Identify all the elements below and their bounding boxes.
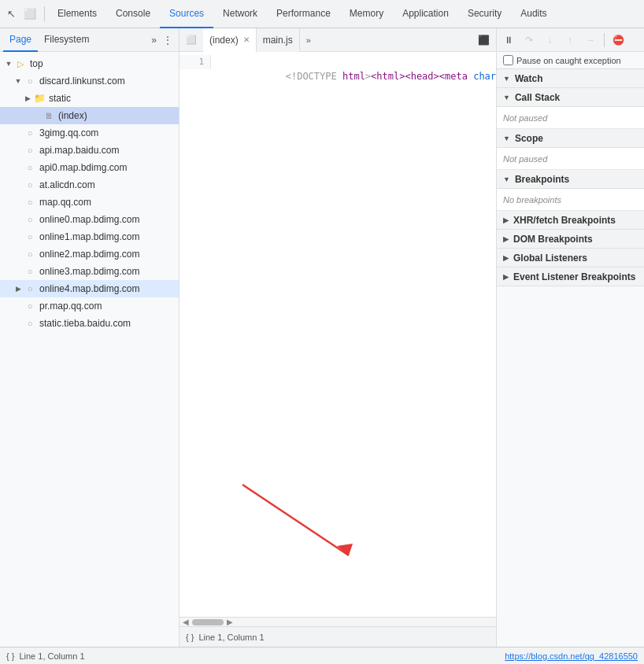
tree-item-label: pr.map.qq.com bbox=[39, 301, 102, 312]
tab-security[interactable]: Security bbox=[458, 0, 511, 28]
tree-item-3gimg[interactable]: ○ 3gimg.qq.com bbox=[0, 124, 179, 142]
panel-settings-icon[interactable]: ⋮ bbox=[160, 35, 176, 46]
tab-sources[interactable]: Sources bbox=[160, 0, 213, 28]
watch-section-header[interactable]: ▼ Watch bbox=[497, 69, 644, 88]
call-stack-content: Not paused bbox=[497, 107, 644, 129]
scope-label: Scope bbox=[515, 133, 543, 144]
tree-item-api-map-baidu[interactable]: ○ api.map.baidu.com bbox=[0, 142, 179, 159]
tree-item-label: online3.map.bdimg.com bbox=[39, 266, 139, 277]
line-number: 1 bbox=[180, 55, 211, 69]
tab-audits[interactable]: Audits bbox=[511, 0, 556, 28]
call-stack-section-header[interactable]: ▼ Call Stack bbox=[497, 88, 644, 107]
domain-icon: ○ bbox=[24, 179, 36, 191]
panel-tab-more[interactable]: » bbox=[148, 35, 160, 46]
tab-page[interactable]: Page bbox=[3, 28, 38, 52]
right-panel: ⏸ ↷ ↓ ↑ → ⛔ Pause on caught exception ▼ … bbox=[496, 28, 644, 647]
tree-item-index[interactable]: 🗎 (index) bbox=[0, 107, 179, 124]
tab-console[interactable]: Console bbox=[106, 0, 160, 28]
call-stack-label: Call Stack bbox=[515, 92, 560, 103]
nav-icons: ↖ ⬜ bbox=[3, 6, 45, 22]
global-arrow-icon: ▶ bbox=[503, 254, 509, 262]
tab-memory[interactable]: Memory bbox=[340, 0, 393, 28]
tree-item-label: online2.map.bdimg.com bbox=[39, 249, 139, 260]
editor-tabs: ⬜ (index) ✕ main.js » ⬛ bbox=[180, 28, 496, 52]
tree-item-online0[interactable]: ○ online0.map.bdimg.com bbox=[0, 211, 179, 228]
pause-resume-btn[interactable]: ⏸ bbox=[500, 31, 517, 49]
tree-item-online2[interactable]: ○ online2.map.bdimg.com bbox=[0, 245, 179, 263]
editor-tab-index[interactable]: (index) ✕ bbox=[203, 28, 257, 52]
tab-network[interactable]: Network bbox=[213, 0, 267, 28]
scope-arrow-icon: ▼ bbox=[503, 135, 510, 142]
device-icon[interactable]: ⬜ bbox=[22, 6, 38, 22]
scroll-right-icon[interactable]: ▶ bbox=[227, 618, 233, 626]
line-col-status: Line 1, Column 1 bbox=[19, 651, 84, 661]
scroll-thumb[interactable] bbox=[192, 619, 224, 625]
tree-item-top[interactable]: ▼ ▷ top bbox=[0, 55, 179, 72]
event-arrow-icon: ▶ bbox=[503, 273, 509, 281]
editor-tab-more-icon[interactable]: » bbox=[303, 35, 314, 45]
editor-bottom-bar: { } Line 1, Column 1 bbox=[180, 626, 496, 647]
step-out-btn[interactable]: ↑ bbox=[561, 31, 579, 49]
deactivate-breakpoints-btn[interactable]: ⛔ bbox=[609, 31, 627, 49]
braces-icon: { } bbox=[186, 633, 194, 642]
pause-checkbox-label: Pause on caught exception bbox=[516, 56, 621, 65]
tree-item-label: 3gimg.qq.com bbox=[39, 127, 98, 138]
scope-section-header[interactable]: ▼ Scope bbox=[497, 129, 644, 148]
chevron-icon: ▼ bbox=[13, 77, 24, 85]
file-tree: ▼ ▷ top ▼ ○ discard.linkunst.com ▶ 📁 sta… bbox=[0, 52, 179, 647]
editor-tab-main-js[interactable]: main.js bbox=[257, 28, 300, 52]
tree-item-label: top bbox=[30, 58, 43, 69]
tree-item-label: online1.map.bdimg.com bbox=[39, 231, 139, 242]
tab-bar-back-icon[interactable]: ⬜ bbox=[180, 28, 203, 52]
pause-checkbox-input[interactable] bbox=[503, 55, 513, 65]
cursor-icon[interactable]: ↖ bbox=[3, 6, 19, 22]
editor-scrollbar-area: ◀ ▶ bbox=[180, 617, 496, 626]
domain-icon: ○ bbox=[24, 231, 36, 243]
tree-item-label: api0.map.bdimg.com bbox=[39, 162, 127, 173]
tab-performance[interactable]: Performance bbox=[267, 0, 340, 28]
tree-item-static-tieba[interactable]: ○ static.tieba.baidu.com bbox=[0, 315, 179, 332]
h-scrollbar[interactable]: ◀ ▶ bbox=[183, 618, 233, 626]
tree-item-map-qq[interactable]: ○ map.qq.com bbox=[0, 194, 179, 211]
debugger-toolbar: ⏸ ↷ ↓ ↑ → ⛔ bbox=[497, 28, 644, 52]
html-token: html bbox=[342, 71, 365, 82]
dom-section-header[interactable]: ▶ DOM Breakpoints bbox=[497, 230, 644, 249]
event-label: Event Listener Breakpoints bbox=[513, 271, 635, 282]
tab-application[interactable]: Application bbox=[393, 0, 458, 28]
tree-item-at-alicdn[interactable]: ○ at.alicdn.com bbox=[0, 176, 179, 194]
tree-item-static[interactable]: ▶ 📁 static bbox=[0, 90, 179, 107]
breakpoints-label: Breakpoints bbox=[515, 174, 569, 185]
step-over-btn[interactable]: ↷ bbox=[520, 31, 538, 49]
xhr-section-header[interactable]: ▶ XHR/fetch Breakpoints bbox=[497, 211, 644, 230]
status-url-link[interactable]: https://blog.csdn.net/qq_42816550 bbox=[505, 651, 638, 661]
tree-item-pr-map-qq[interactable]: ○ pr.map.qq.com bbox=[0, 297, 179, 315]
tab-filesystem[interactable]: Filesystem bbox=[38, 28, 95, 52]
chevron-icon: ▼ bbox=[3, 60, 14, 68]
scroll-left-icon[interactable]: ◀ bbox=[183, 618, 189, 626]
step-btn[interactable]: → bbox=[582, 31, 599, 49]
breakpoints-section-header[interactable]: ▼ Breakpoints bbox=[497, 170, 644, 189]
editor-content[interactable]: 1 <!DOCTYPE html><html><head><meta chars… bbox=[180, 52, 496, 617]
tab-elements[interactable]: Elements bbox=[48, 0, 106, 28]
domain-icon: ○ bbox=[24, 213, 36, 226]
tree-item-online1[interactable]: ○ online1.map.bdimg.com bbox=[0, 228, 179, 245]
domain-icon: ○ bbox=[24, 282, 36, 295]
pause-caught-exception[interactable]: Pause on caught exception bbox=[497, 52, 644, 69]
svg-marker-1 bbox=[337, 544, 353, 555]
tree-item-label: online4.map.bdimg.com bbox=[39, 283, 139, 294]
global-listeners-section-header[interactable]: ▶ Global Listeners bbox=[497, 249, 644, 267]
tree-item-discard[interactable]: ▼ ○ discard.linkunst.com bbox=[0, 72, 179, 90]
file-icon: 🗎 bbox=[43, 109, 55, 122]
step-into-btn[interactable]: ↓ bbox=[541, 31, 558, 49]
red-arrow-annotation bbox=[195, 469, 368, 574]
close-tab-icon[interactable]: ✕ bbox=[243, 35, 250, 44]
chevron-icon: ▶ bbox=[13, 285, 24, 293]
chevron-icon: ▶ bbox=[22, 94, 33, 102]
tree-item-online4[interactable]: ▶ ○ online4.map.bdimg.com bbox=[0, 280, 179, 297]
braces-status-icon: { } bbox=[6, 651, 14, 661]
tree-item-online3[interactable]: ○ online3.map.bdimg.com bbox=[0, 263, 179, 280]
event-listener-section-header[interactable]: ▶ Event Listener Breakpoints bbox=[497, 267, 644, 286]
right-sections: ▼ Watch ▼ Call Stack Not paused ▼ Scope … bbox=[497, 69, 644, 647]
editor-expand-icon[interactable]: ⬛ bbox=[472, 35, 496, 46]
tree-item-api0-map-bdimg[interactable]: ○ api0.map.bdimg.com bbox=[0, 159, 179, 176]
